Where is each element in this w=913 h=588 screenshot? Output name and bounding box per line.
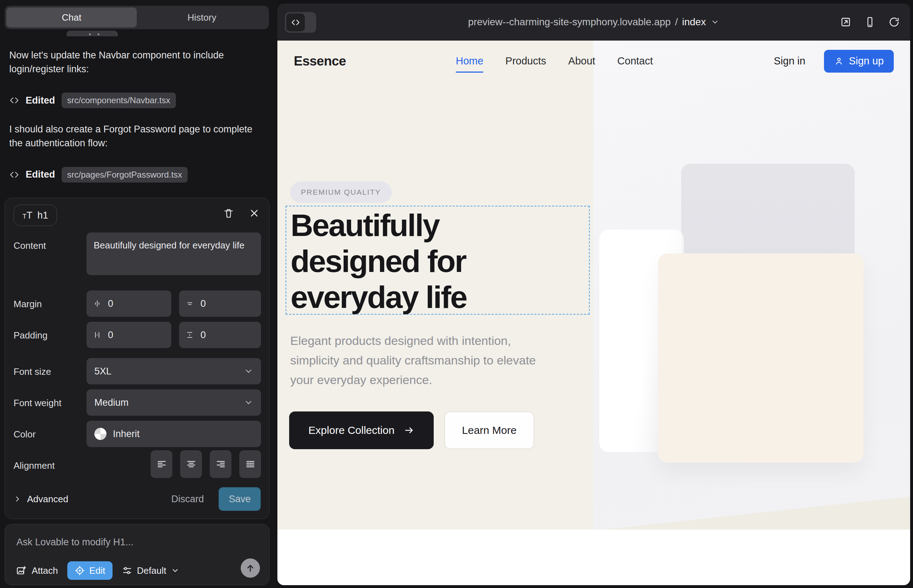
margin-x-field[interactable] xyxy=(87,291,171,317)
element-tag: h1 xyxy=(37,210,48,221)
margin-horizontal-icon xyxy=(93,299,102,308)
composer-input[interactable] xyxy=(16,532,251,552)
composer-toolbar: Attach Edit Default xyxy=(16,561,180,580)
app-window: Chat History Now let's update the Navbar… xyxy=(0,0,913,588)
font-weight-select[interactable]: Medium xyxy=(87,389,261,416)
font-size-label: Font size xyxy=(13,366,51,377)
align-justify-button[interactable] xyxy=(239,450,261,478)
font-weight-value: Medium xyxy=(94,397,129,408)
arrow-right-icon xyxy=(404,425,414,436)
refresh-icon xyxy=(888,16,900,28)
mobile-icon xyxy=(864,16,876,28)
url-page: index xyxy=(682,16,706,28)
assistant-message: I should also create a Forgot Password p… xyxy=(9,123,264,150)
sign-in-link[interactable]: Sign in xyxy=(774,55,805,67)
padding-y-input[interactable] xyxy=(200,329,243,341)
color-value: Inherit xyxy=(113,428,139,439)
site-logo[interactable]: Essence xyxy=(294,40,346,81)
advanced-toggle[interactable]: Advanced xyxy=(13,494,68,505)
attach-label: Attach xyxy=(32,565,58,576)
mobile-view-button[interactable] xyxy=(864,16,876,28)
hero-section: Essence Home Products About Contact Sign… xyxy=(277,40,910,530)
panel-footer: Advanced Discard Save xyxy=(5,485,269,513)
hero-cta-row: Explore Collection Learn More xyxy=(289,412,534,449)
attach-button[interactable]: Attach xyxy=(16,565,58,576)
url-bar[interactable]: preview--charming-site-symphony.lovable.… xyxy=(277,3,910,40)
margin-x-input[interactable] xyxy=(107,298,150,310)
padding-x-field[interactable] xyxy=(87,322,171,348)
file-edit-row: Edited src/components/Navbar.tsx xyxy=(9,92,264,108)
nav-link-products[interactable]: Products xyxy=(505,55,546,67)
font-size-select[interactable]: 5XL xyxy=(87,358,261,384)
mode-label: Default xyxy=(137,565,166,576)
file-chip[interactable]: src/pages/ForgotPassword.tsx xyxy=(62,167,188,183)
align-right-button[interactable] xyxy=(210,450,231,478)
selected-element-outline[interactable]: Beautifully designed for everyday life xyxy=(286,206,590,315)
padding-x-input[interactable] xyxy=(107,329,150,341)
target-icon xyxy=(74,565,85,576)
auth-actions: Sign in Sign up xyxy=(774,40,894,81)
padding-y-field[interactable] xyxy=(179,322,261,348)
discard-button[interactable]: Discard xyxy=(169,493,206,505)
chevron-down-icon xyxy=(171,566,180,575)
margin-y-input[interactable] xyxy=(200,298,243,310)
explore-collection-button[interactable]: Explore Collection xyxy=(289,412,434,449)
align-left-button[interactable] xyxy=(151,450,172,478)
refresh-button[interactable] xyxy=(888,16,900,28)
nav-link-home[interactable]: Home xyxy=(456,55,483,67)
sign-up-label: Sign up xyxy=(849,55,884,67)
element-tag-pill[interactable]: TT h1 xyxy=(13,205,57,226)
send-button[interactable] xyxy=(241,559,260,578)
nav-links: Home Products About Contact xyxy=(456,40,653,81)
url-host: preview--charming-site-symphony.lovable.… xyxy=(468,16,671,28)
hero-badge: PREMIUM QUALITY xyxy=(290,181,392,203)
close-panel-button[interactable] xyxy=(249,207,260,219)
element-editor-panel: TT h1 Content Beautifully designed for e… xyxy=(5,198,270,519)
sign-up-button[interactable]: Sign up xyxy=(824,50,894,73)
chevron-down-icon xyxy=(711,18,719,26)
site-viewport: Essence Home Products About Contact Sign… xyxy=(277,40,910,585)
font-weight-label: Font weight xyxy=(13,397,61,409)
preview-browser: preview--charming-site-symphony.lovable.… xyxy=(277,3,910,585)
align-center-icon xyxy=(186,459,197,470)
nav-link-about[interactable]: About xyxy=(568,55,596,67)
color-select[interactable]: Inherit xyxy=(87,421,261,447)
url-separator: / xyxy=(675,16,678,28)
chevron-down-icon xyxy=(244,367,253,376)
browser-chrome: preview--charming-site-symphony.lovable.… xyxy=(277,3,910,40)
sliders-icon xyxy=(122,565,133,576)
chevron-right-icon xyxy=(13,495,21,503)
margin-label: Margin xyxy=(13,299,42,310)
font-size-value: 5XL xyxy=(94,366,112,377)
align-center-button[interactable] xyxy=(180,450,202,478)
content-label: Content xyxy=(13,240,46,251)
nav-link-contact[interactable]: Contact xyxy=(617,55,653,67)
edit-mode-button[interactable]: Edit xyxy=(67,561,113,580)
user-icon xyxy=(834,56,844,66)
file-chip[interactable]: src/components/Navbar.tsx xyxy=(62,92,176,108)
learn-more-button[interactable]: Learn More xyxy=(444,412,534,449)
edit-label: Edit xyxy=(89,565,105,576)
tab-chat[interactable]: Chat xyxy=(6,8,137,27)
chat-composer: Attach Edit Default xyxy=(5,524,270,585)
chat-messages: Now let's update the Navbar component to… xyxy=(9,48,264,197)
align-right-icon xyxy=(215,459,226,470)
edited-label: Edited xyxy=(26,169,55,180)
padding-horizontal-icon xyxy=(93,331,102,339)
tab-history[interactable]: History xyxy=(137,8,267,27)
mode-select[interactable]: Default xyxy=(122,565,180,576)
hero-description: Elegant products designed with intention… xyxy=(290,331,561,390)
chrome-actions xyxy=(840,3,900,40)
code-icon xyxy=(9,170,19,180)
edited-label: Edited xyxy=(26,95,55,106)
padding-vertical-icon xyxy=(186,331,194,339)
save-button[interactable]: Save xyxy=(219,487,261,511)
content-input[interactable]: Beautifully designed for everyday life xyxy=(87,233,261,275)
margin-y-field[interactable] xyxy=(179,291,261,317)
align-justify-icon xyxy=(245,459,256,470)
delete-element-button[interactable] xyxy=(223,207,234,219)
close-icon xyxy=(249,207,260,219)
alignment-group xyxy=(151,450,261,478)
hero-heading[interactable]: Beautifully designed for everyday life xyxy=(291,207,466,315)
open-external-button[interactable] xyxy=(840,16,852,28)
